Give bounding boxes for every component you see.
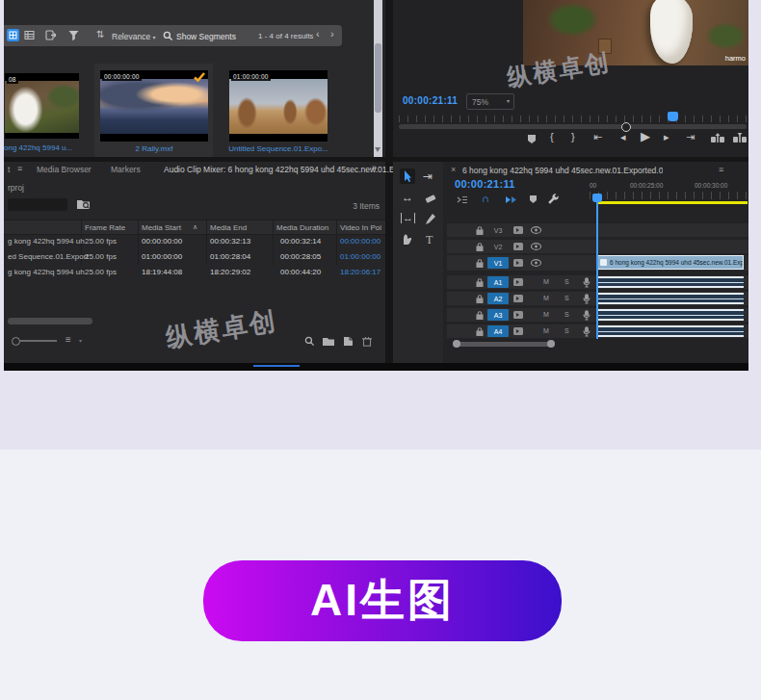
mic-icon[interactable] <box>583 294 590 304</box>
track-label-a2[interactable]: A2 <box>487 293 509 304</box>
pen-tool[interactable] <box>425 213 436 225</box>
col-frame-rate[interactable]: Frame Rate <box>85 223 125 232</box>
zoom-slider-track[interactable] <box>20 340 57 342</box>
monitor-playhead[interactable] <box>668 112 678 121</box>
panel-menu-icon[interactable]: ≡ <box>17 164 22 173</box>
video-clip[interactable]: 6 hong kong 422hq 5994 uhd 45sec.new.01.… <box>597 255 744 270</box>
clip-thumbnail-1[interactable]: 08 <box>5 73 79 139</box>
ripple-edit-tool[interactable]: ↔ <box>402 192 413 203</box>
track-select-tool[interactable]: ⇥ <box>423 170 433 182</box>
col-media-end[interactable]: Media End <box>210 223 247 232</box>
project-name[interactable]: rproj <box>8 183 24 193</box>
sort-order-button[interactable]: ⇅ <box>96 30 104 39</box>
solo-button[interactable]: S <box>564 295 569 301</box>
source-patch-icon[interactable] <box>513 327 523 335</box>
show-segments-label[interactable]: Show Segments <box>176 32 236 41</box>
timeline-menu-icon[interactable]: ≡ <box>719 165 723 174</box>
solo-button[interactable]: S <box>564 311 569 318</box>
lock-icon[interactable] <box>476 259 484 268</box>
source-patch-icon[interactable] <box>513 226 523 234</box>
track-label-v3[interactable]: V3 <box>487 224 509 236</box>
snap-toggle[interactable]: ∩ <box>482 193 489 204</box>
table-row[interactable]: ed Sequence.01.Export 25.00 fps 01:00:00… <box>4 249 385 265</box>
col-video-in-point[interactable]: Video In Poi <box>340 223 381 232</box>
track-label-v1[interactable]: V1 <box>487 257 509 269</box>
list-view-button[interactable] <box>23 29 36 41</box>
ai-generate-button[interactable]: AI生图 <box>203 560 562 641</box>
solo-button[interactable]: S <box>564 278 569 285</box>
track-label-a1[interactable]: A1 <box>487 276 509 288</box>
mute-button[interactable]: M <box>543 311 549 318</box>
source-patch-icon[interactable] <box>513 259 523 267</box>
eye-icon[interactable] <box>531 226 541 234</box>
mute-button[interactable]: M <box>543 295 549 301</box>
lock-icon[interactable] <box>476 278 484 287</box>
source-patch-icon[interactable] <box>513 243 523 250</box>
mute-button[interactable]: M <box>543 327 549 334</box>
col-media-start[interactable]: Media Start <box>142 223 181 232</box>
search-segments-button[interactable] <box>163 31 173 41</box>
type-tool[interactable]: T <box>426 233 433 247</box>
tab-audio-clip-mixer[interactable]: Audio Clip Mixer: 6 hong kong 422hq 5994… <box>164 165 395 174</box>
clip-label-1[interactable]: ong 422hq 5994 u... <box>4 143 81 152</box>
lock-icon[interactable] <box>476 243 484 251</box>
timeline-ruler[interactable] <box>590 192 748 199</box>
hand-tool[interactable] <box>401 233 413 246</box>
track-label-a3[interactable]: A3 <box>487 309 509 321</box>
selection-tool[interactable] <box>400 169 415 184</box>
step-back-button[interactable]: ◂ <box>620 132 626 143</box>
mark-in-button[interactable]: { <box>550 132 554 143</box>
results-scrollbar-thumb[interactable] <box>375 43 381 113</box>
zoom-slider-handle[interactable] <box>12 337 20 346</box>
next-page-button[interactable]: › <box>330 29 334 39</box>
razor-tool[interactable] <box>424 193 436 205</box>
timeline-zoom-scrollbar[interactable] <box>457 342 553 347</box>
lock-icon[interactable] <box>476 327 484 336</box>
nest-toggle[interactable] <box>457 194 468 205</box>
export-list-button[interactable] <box>44 29 58 41</box>
tab-overflow-icon[interactable]: » <box>372 164 377 172</box>
new-bin-button[interactable] <box>323 337 335 347</box>
timeline-add-marker-button[interactable] <box>529 194 538 204</box>
monitor-timecode[interactable]: 00:00:21:11 <box>403 95 458 106</box>
tab-markers[interactable]: Markers <box>111 165 141 174</box>
sort-caret-icon[interactable]: ∧ <box>193 223 197 231</box>
timeline-settings-button[interactable] <box>547 194 560 205</box>
lock-icon[interactable] <box>476 226 484 235</box>
sort-by-dropdown[interactable]: Relevance ▾ <box>112 32 156 41</box>
scroll-down-arrow-icon[interactable] <box>375 147 380 152</box>
clip-thumbnail-2[interactable]: 00:00:00:00 <box>100 70 208 142</box>
project-search-input[interactable] <box>8 198 67 211</box>
results-scrollbar[interactable] <box>374 0 382 157</box>
source-patch-icon[interactable] <box>513 295 523 302</box>
source-patch-icon[interactable] <box>513 311 523 319</box>
project-hscrollbar-thumb[interactable] <box>8 318 92 324</box>
zoom-handle-left[interactable] <box>453 340 460 348</box>
timeline-timecode[interactable]: 00:00:21:11 <box>455 178 515 190</box>
eye-icon[interactable] <box>531 243 541 250</box>
zoom-handle-right[interactable] <box>547 340 555 348</box>
close-sequence-icon[interactable]: × <box>451 165 456 174</box>
mark-out-button[interactable]: } <box>571 132 575 143</box>
linked-selection-toggle[interactable] <box>505 194 517 205</box>
add-marker-button[interactable] <box>527 134 537 144</box>
vertical-panel-divider[interactable] <box>385 0 393 363</box>
filter-button[interactable] <box>67 29 80 41</box>
col-media-duration[interactable]: Media Duration <box>276 223 328 232</box>
clip-label-3[interactable]: Untitled Sequence.01.Expo... <box>223 144 333 153</box>
sequence-tab-title[interactable]: 6 hong kong 422hq 5994 uhd 45sec.new.01.… <box>462 166 663 175</box>
solo-button[interactable]: S <box>564 327 569 334</box>
play-button[interactable]: ▶ <box>641 130 650 143</box>
step-forward-button[interactable]: ▸ <box>664 132 669 143</box>
track-label-a4[interactable]: A4 <box>487 325 509 337</box>
mic-icon[interactable] <box>583 310 590 321</box>
new-item-button[interactable] <box>343 336 354 347</box>
monitor-mini-ruler[interactable] <box>399 116 747 122</box>
audio-clip[interactable] <box>597 276 744 288</box>
find-in-bin-button[interactable] <box>77 198 92 211</box>
table-row[interactable]: g kong 422hq 5994 uh 25.00 fps 00:00:00:… <box>4 234 385 249</box>
audio-clip[interactable] <box>597 309 744 321</box>
timeline-playhead-line[interactable] <box>596 202 598 339</box>
lock-icon[interactable] <box>476 311 484 320</box>
grid-view-button[interactable] <box>7 29 19 41</box>
